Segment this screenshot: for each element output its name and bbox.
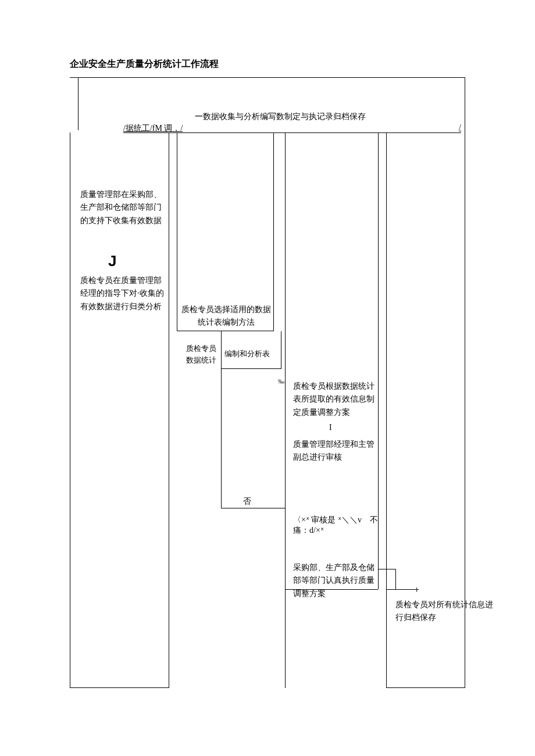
border-segment bbox=[273, 132, 274, 331]
step-stat-label: 质检专员数据统计 bbox=[184, 343, 219, 366]
down-arrow-icon: I bbox=[329, 423, 332, 432]
step-make-plan: 质检专员根据数据统计表所提取的有效信息制定质量调整方案 bbox=[293, 380, 374, 419]
border-segment bbox=[395, 569, 396, 590]
header-right-slash: / bbox=[459, 123, 461, 132]
step-select-method: 质检专员选择适用的数据统计表编制方法 bbox=[181, 303, 271, 329]
border-segment bbox=[70, 687, 169, 688]
step-collect-data: 质量管理部在采购部、生产部和仓储部等部门的支持下收集有效数据 bbox=[80, 188, 162, 227]
header-text-1: 一数据收集与分析编写数制定与执记录归档保存 bbox=[195, 112, 366, 122]
step-execute-plan: 采购部、生产部及仓储部等部门认真执行质量调整方案 bbox=[293, 561, 374, 600]
border-segment bbox=[221, 508, 285, 508]
border-segment bbox=[285, 132, 286, 688]
permille-symbol: ‰ bbox=[278, 378, 284, 385]
border-segment bbox=[221, 368, 281, 369]
border-segment bbox=[285, 589, 378, 590]
decision-no-label: 否 bbox=[243, 496, 251, 507]
border-segment bbox=[386, 589, 387, 688]
header-underline bbox=[123, 132, 461, 133]
border-segment bbox=[221, 368, 222, 508]
page-title: 企业安全生产质量分析统计工作流程 bbox=[70, 58, 465, 70]
border-segment bbox=[386, 589, 419, 590]
border-segment bbox=[221, 331, 222, 368]
down-arrow-icon: J bbox=[108, 252, 116, 270]
border-segment bbox=[177, 331, 273, 331]
border-segment bbox=[281, 331, 281, 368]
border-segment bbox=[169, 132, 169, 688]
border-segment bbox=[386, 132, 387, 589]
border-segment bbox=[70, 132, 70, 688]
step-compile-table: 编制和分析表 bbox=[224, 349, 270, 359]
decision-review: 〈×ˣ 审核是 ˣ＼＼v 不痛：d/×ˣ bbox=[293, 515, 380, 536]
border-segment bbox=[177, 132, 177, 331]
step-classify-analyze: 质检专员在质量管理部经理的指导下对·收集的有效数据进行归类分析 bbox=[80, 274, 166, 313]
flow-container: 一数据收集与分析编写数制定与执记录归档保存 /据统工/fM 调，/ / 质量管理… bbox=[70, 77, 465, 688]
border-segment bbox=[378, 569, 395, 569]
step-review: 质量管理部经理和主管副总进行审核 bbox=[293, 438, 374, 464]
border-segment bbox=[386, 687, 465, 688]
step-archive: 质检专员对所有统计信息进行归档保存 bbox=[395, 599, 494, 625]
border-segment bbox=[78, 78, 79, 130]
